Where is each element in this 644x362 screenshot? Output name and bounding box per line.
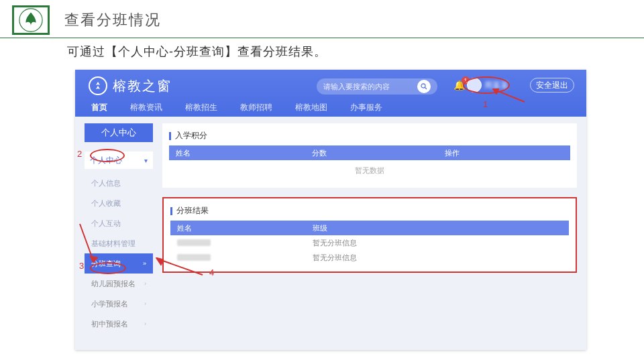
sidebar-item-label: 个人互动	[91, 219, 121, 229]
sidebar-item-5[interactable]: 幼儿园预报名›	[85, 274, 153, 294]
chevron-down-icon: ▾	[144, 157, 148, 164]
page-title-bar: 查看分班情况	[0, 0, 644, 38]
col-class: 班级	[306, 223, 569, 233]
username: 周某某	[484, 80, 508, 91]
sidebar: 个人中心 ▾ 个人信息个人收藏个人互动基础材料管理分班查询»幼儿园预报名›小学预…	[85, 152, 153, 334]
chevron-right-icon: »	[143, 260, 146, 267]
chevron-right-icon: ›	[144, 300, 146, 307]
redacted-name	[177, 254, 211, 261]
panel-score: 入学积分 姓名 分数 操作 暂无数据	[162, 123, 577, 188]
nav-tab-2[interactable]: 榕教招生	[181, 99, 221, 119]
notifications[interactable]: 🔔 1	[453, 79, 465, 91]
nav-tab-4[interactable]: 榕教地图	[291, 99, 331, 119]
nav-tab-0[interactable]: 首页	[87, 99, 111, 119]
logo-icon	[18, 7, 44, 33]
page-explanation: 可通过【个人中心-分班查询】查看分班结果。	[0, 38, 644, 64]
nav-tab-5[interactable]: 办事服务	[346, 99, 386, 119]
sidebar-item-7[interactable]: 初中预报名›	[85, 314, 153, 334]
sidebar-item-label: 分班查询	[91, 259, 121, 269]
app-body: 个人中心 个人中心 ▾ 个人信息个人收藏个人互动基础材料管理分班查询»幼儿园预报…	[75, 117, 586, 350]
sidebar-title: 个人中心	[85, 123, 153, 142]
panel-score-title: 入学积分	[169, 129, 570, 145]
nav-tab-1[interactable]: 榕教资讯	[126, 99, 166, 119]
score-table-head: 姓名 分数 操作	[169, 145, 570, 160]
sidebar-item-label: 幼儿园预报名	[91, 279, 136, 289]
app-screenshot: 榕教之窗 请输入要搜索的内容 🔔 1 周某某 安全退出 首页榕教资讯榕教招生教师…	[75, 70, 586, 350]
user-menu[interactable]: 周某某	[467, 78, 508, 93]
sidebar-item-label: 基础材料管理	[91, 239, 136, 249]
sidebar-item-label: 个人收藏	[91, 198, 121, 208]
chevron-right-icon: ›	[144, 280, 146, 287]
sidebar-item-2[interactable]: 个人互动	[85, 213, 153, 233]
svg-point-1	[421, 84, 425, 88]
main-content: 入学积分 姓名 分数 操作 暂无数据 分班结果 姓名 班级 暂无分班信息暂无分班…	[162, 123, 577, 282]
sidebar-item-label: 初中预报名	[91, 319, 128, 329]
school-logo	[12, 5, 50, 35]
nav-tab-3[interactable]: 教师招聘	[236, 99, 276, 119]
logout-button[interactable]: 安全退出	[530, 78, 574, 93]
avatar-icon	[467, 78, 482, 93]
app-header: 榕教之窗 请输入要搜索的内容 🔔 1 周某某 安全退出 首页榕教资讯榕教招生教师…	[75, 70, 586, 117]
panel-class: 分班结果 姓名 班级 暂无分班信息暂无分班信息	[162, 197, 577, 273]
sidebar-item-3[interactable]: 基础材料管理	[85, 233, 153, 253]
search-placeholder: 请输入要搜索的内容	[323, 82, 413, 92]
nav-tabs: 首页榕教资讯榕教招生教师招聘榕教地图办事服务	[87, 99, 386, 117]
redacted-name	[177, 239, 211, 246]
sidebar-item-1[interactable]: 个人收藏	[85, 193, 153, 213]
sidebar-item-label: 个人信息	[91, 178, 121, 188]
class-cell: 暂无分班信息	[306, 253, 569, 263]
panel-class-title: 分班结果	[170, 204, 569, 221]
sidebar-item-0[interactable]: 个人信息	[85, 173, 153, 193]
class-cell: 暂无分班信息	[306, 238, 569, 248]
page-title: 查看分班情况	[64, 10, 161, 30]
sidebar-item-label: 小学预报名	[91, 299, 128, 309]
chevron-right-icon: ›	[144, 320, 146, 327]
brand-text: 榕教之窗	[113, 77, 172, 95]
score-table-empty: 暂无数据	[169, 160, 570, 181]
sidebar-head-label: 个人中心	[90, 155, 122, 166]
table-row: 暂无分班信息	[170, 250, 569, 265]
brand-icon	[89, 76, 107, 95]
col-name: 姓名	[169, 148, 305, 158]
col-name: 姓名	[170, 223, 306, 233]
sidebar-item-6[interactable]: 小学预报名›	[85, 294, 153, 314]
class-table-head: 姓名 班级	[170, 221, 569, 235]
search-input[interactable]: 请输入要搜索的内容	[317, 78, 437, 95]
table-row: 暂无分班信息	[170, 235, 569, 250]
col-op: 操作	[438, 148, 570, 158]
sidebar-head[interactable]: 个人中心 ▾	[85, 152, 153, 169]
search-icon[interactable]	[417, 80, 431, 93]
col-score: 分数	[305, 148, 437, 158]
sidebar-item-4[interactable]: 分班查询»	[85, 253, 153, 274]
svg-line-2	[425, 87, 427, 89]
